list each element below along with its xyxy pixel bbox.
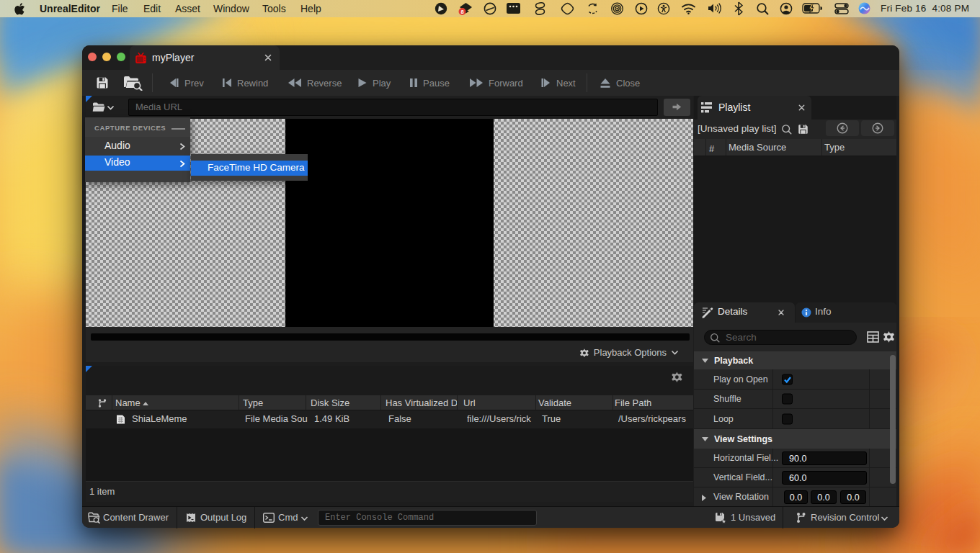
svg-text:8: 8 [460,9,463,15]
